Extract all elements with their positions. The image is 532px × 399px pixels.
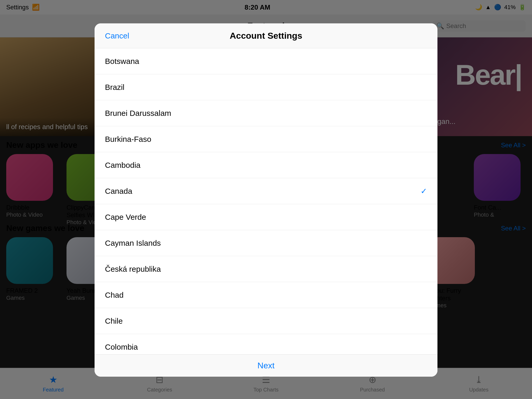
country-name: Brazil — [105, 83, 124, 92]
country-name: Burkina-Faso — [105, 135, 151, 144]
country-item-brunei-darussalam[interactable]: Brunei Darussalam — [95, 100, 437, 126]
next-button[interactable]: Next — [257, 361, 275, 370]
country-item-botswana[interactable]: Botswana — [95, 48, 437, 74]
country-name: Chad — [105, 291, 124, 300]
country-item-chile[interactable]: Chile — [95, 308, 437, 334]
country-name: Česká republika — [105, 265, 161, 274]
country-name: Colombia — [105, 343, 138, 351]
country-name: Canada — [105, 187, 132, 196]
modal-country-list[interactable]: BotswanaBrazilBrunei DarussalamBurkina-F… — [95, 48, 437, 354]
country-item-cayman-islands[interactable]: Cayman Islands — [95, 230, 437, 256]
country-item-colombia[interactable]: Colombia — [95, 334, 437, 354]
country-item-burkina-faso[interactable]: Burkina-Faso — [95, 126, 437, 152]
country-item-cape-verde[interactable]: Cape Verde — [95, 204, 437, 230]
country-item-chad[interactable]: Chad — [95, 282, 437, 308]
country-item-canada[interactable]: Canada✓ — [95, 178, 437, 204]
country-name: Cayman Islands — [105, 239, 161, 248]
country-name: Brunei Darussalam — [105, 109, 171, 118]
country-name: Cape Verde — [105, 213, 146, 222]
modal-title: Account Settings — [230, 31, 302, 41]
country-name: Chile — [105, 317, 123, 325]
country-name: Botswana — [105, 57, 139, 66]
country-name: Cambodia — [105, 161, 141, 170]
modal-footer: Next — [95, 354, 437, 377]
modal-header: Cancel Account Settings — [95, 23, 437, 48]
cancel-button[interactable]: Cancel — [105, 31, 129, 40]
country-item-brazil[interactable]: Brazil — [95, 74, 437, 100]
country-item-cambodia[interactable]: Cambodia — [95, 152, 437, 178]
account-settings-modal: Cancel Account Settings BotswanaBrazilBr… — [95, 23, 437, 377]
country-checkmark: ✓ — [421, 187, 427, 196]
country-item-česká-republika[interactable]: Česká republika — [95, 256, 437, 282]
